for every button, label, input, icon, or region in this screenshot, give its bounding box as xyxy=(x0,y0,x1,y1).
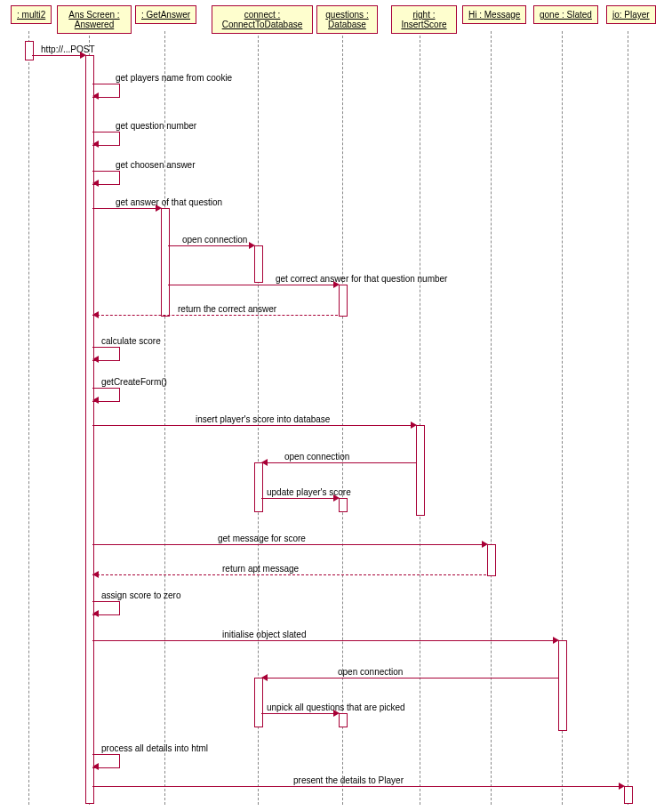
message-label: process all details into html xyxy=(101,743,208,753)
message-label: get choosen answer xyxy=(116,160,196,170)
participant-gone: gone : Slated xyxy=(533,5,598,24)
arrowhead-icon xyxy=(333,494,340,502)
participant-label: : multi2 xyxy=(17,10,45,20)
lifeline xyxy=(491,31,492,805)
lifeline xyxy=(164,31,165,805)
arrowhead-icon xyxy=(92,180,99,187)
activation-box xyxy=(487,544,496,576)
message-arrow xyxy=(168,285,338,285)
arrowhead-icon xyxy=(333,710,340,717)
lifeline xyxy=(420,31,420,805)
participant-connect: connect :ConnectToDatabase xyxy=(212,5,313,34)
participant-right: right :InsertScore xyxy=(391,5,457,34)
arrowhead-icon xyxy=(80,52,86,59)
participant-jo: jo: Player xyxy=(606,5,656,24)
participant-label: : GetAnswer xyxy=(141,10,190,20)
participant-label: jo: Player xyxy=(612,10,650,20)
arrowhead-icon xyxy=(92,397,99,404)
activation-box xyxy=(254,678,263,727)
message-arrow xyxy=(92,425,415,426)
lifeline xyxy=(628,31,628,805)
message-arrow xyxy=(261,462,416,463)
arrowhead-icon xyxy=(92,571,99,578)
message-return xyxy=(92,315,338,316)
activation-box xyxy=(161,208,170,317)
participant-get-answer: : GetAnswer xyxy=(135,5,196,24)
message-label: calculate score xyxy=(101,336,161,346)
message-label: http://...POST xyxy=(41,44,95,54)
arrowhead-icon xyxy=(261,459,268,466)
message-label: open connection xyxy=(338,667,403,677)
message-label: return apt message xyxy=(222,564,299,574)
arrowhead-icon xyxy=(92,92,99,100)
message-arrow xyxy=(261,678,558,679)
message-arrow xyxy=(168,245,253,246)
participant-label: Ans Screen :Answered xyxy=(68,10,119,29)
activation-box xyxy=(339,498,348,512)
arrowhead-icon xyxy=(619,783,625,790)
message-label: get players name from cookie xyxy=(116,73,232,83)
participant-questions: questions :Database xyxy=(316,5,378,34)
participant-multi2: : multi2 xyxy=(11,5,52,24)
arrowhead-icon xyxy=(261,674,268,681)
arrowhead-icon xyxy=(92,141,99,148)
arrowhead-icon xyxy=(92,610,99,617)
activation-box xyxy=(254,462,263,512)
message-label: insert player's score into database xyxy=(196,414,330,424)
message-return xyxy=(92,574,486,575)
arrowhead-icon xyxy=(92,356,99,363)
arrowhead-icon xyxy=(482,541,488,548)
arrowhead-icon xyxy=(411,422,417,429)
message-arrow xyxy=(92,208,160,209)
arrowhead-icon xyxy=(249,242,255,249)
arrowhead-icon xyxy=(333,281,340,288)
participant-label: questions :Database xyxy=(325,10,368,29)
activation-box xyxy=(85,55,94,804)
activation-box xyxy=(624,786,633,804)
message-arrow xyxy=(92,786,623,787)
message-arrow xyxy=(92,640,557,641)
message-label: open connection xyxy=(284,452,349,462)
message-arrow xyxy=(92,544,486,545)
message-label: initialise object slated xyxy=(222,630,307,639)
message-label: getCreateForm() xyxy=(101,377,167,387)
activation-box xyxy=(25,41,34,60)
activation-box xyxy=(254,245,263,283)
activation-box xyxy=(339,713,348,727)
message-label: get message for score xyxy=(218,534,306,543)
message-label: assign score to zero xyxy=(101,590,181,600)
message-label: present the details to Player xyxy=(293,775,404,785)
arrowhead-icon xyxy=(92,763,99,770)
participant-label: right :InsertScore xyxy=(401,10,446,29)
lifeline xyxy=(342,31,343,805)
activation-box xyxy=(339,285,348,317)
participant-label: Hi : Message xyxy=(468,10,520,20)
message-arrow xyxy=(261,498,338,499)
lifeline xyxy=(28,31,29,805)
participant-ans-screen: Ans Screen :Answered xyxy=(57,5,132,34)
participant-label: connect :ConnectToDatabase xyxy=(222,10,303,29)
message-label: get answer of that question xyxy=(116,197,222,207)
message-arrow xyxy=(32,55,84,56)
arrowhead-icon xyxy=(92,311,99,318)
participant-hi: Hi : Message xyxy=(462,5,526,24)
participant-label: gone : Slated xyxy=(540,10,592,20)
activation-box xyxy=(416,425,425,516)
message-label: get correct answer for that question num… xyxy=(276,274,447,284)
activation-box xyxy=(558,640,567,731)
message-arrow xyxy=(261,713,338,714)
message-label: return the correct answer xyxy=(178,304,276,314)
arrowhead-icon xyxy=(156,205,162,212)
message-label: get question number xyxy=(116,121,196,131)
arrowhead-icon xyxy=(553,637,559,644)
message-label: open connection xyxy=(182,235,247,245)
